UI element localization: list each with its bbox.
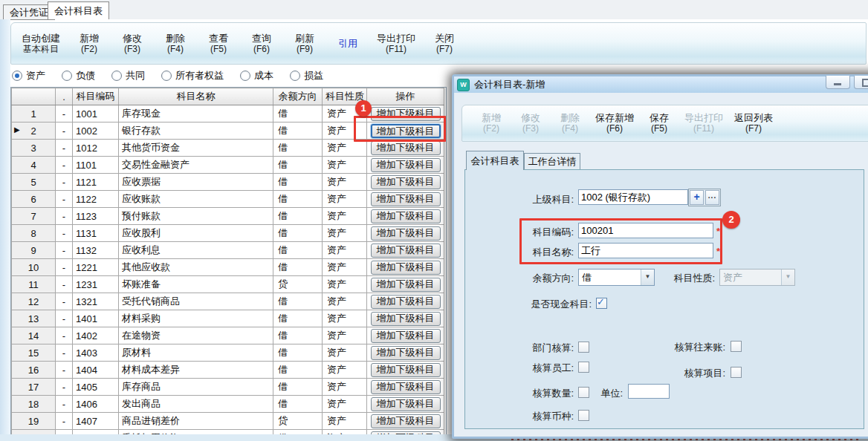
unit-input[interactable] (628, 384, 670, 399)
radio-profit-loss[interactable]: 损益 (290, 69, 323, 82)
balance-direction-cell: 借 (273, 225, 323, 242)
is-cash-checkbox[interactable] (596, 298, 607, 309)
toolbar-close-button[interactable]: 关闭(F7) (430, 27, 459, 60)
annotation-rect-2 (519, 218, 722, 264)
table-row: 7-1123预付账款借资产增加下级科目 (12, 208, 444, 225)
row-expand-cell[interactable]: - (56, 413, 73, 430)
dialog-tab-workbench-detail[interactable]: 工作台详情 (524, 153, 580, 170)
toolbar-auto-create-basic-subjects-button[interactable]: 自动创建基本科目 (22, 27, 60, 60)
row-expand-cell[interactable]: - (56, 140, 73, 157)
row-number-cell[interactable]: 6 (12, 191, 56, 208)
add-sub-subject-button[interactable]: 增加下级科目 (371, 295, 441, 309)
row-expand-cell[interactable]: - (56, 396, 73, 413)
table-row: 4-1101交易性金融资产借资产增加下级科目 (12, 157, 444, 174)
toolbar-query-button[interactable]: 查询(F6) (247, 27, 276, 60)
row-number-cell[interactable]: 11 (12, 276, 56, 293)
row-expand-cell[interactable]: - (56, 310, 73, 327)
dropdown-arrow-icon[interactable]: ▼ (641, 270, 654, 285)
row-expand-cell[interactable]: - (56, 242, 73, 259)
window-left-border (0, 19, 10, 441)
row-number-cell[interactable]: 5 (12, 174, 56, 191)
tab-chart-of-accounts[interactable]: 会计科目表 (48, 1, 109, 19)
row-number-cell[interactable]: 19 (12, 413, 56, 430)
dialog-toolbar-back-to-list-button[interactable]: 返回列表(F7) (734, 107, 773, 140)
row-expand-cell[interactable]: - (56, 379, 73, 396)
add-sub-subject-button[interactable]: 增加下级科目 (371, 414, 441, 428)
toolbar-refresh-button[interactable]: 刷新(F9) (291, 27, 319, 60)
toolbar-export-print-button[interactable]: 导出打印(F11) (377, 27, 415, 60)
add-sub-subject-button[interactable]: 增加下级科目 (371, 380, 441, 394)
add-sub-subject-button[interactable]: 增加下级科目 (371, 209, 441, 223)
toolbar-reference-button[interactable]: 引用 (334, 27, 362, 60)
add-parent-icon[interactable]: + (690, 190, 704, 205)
action-cell: 增加下级科目 (367, 396, 444, 413)
row-expand-cell[interactable]: - (56, 157, 73, 174)
dialog-toolbar-save-button[interactable]: 保存(F5) (645, 107, 673, 140)
row-expand-cell[interactable]: - (56, 362, 73, 379)
row-number-cell[interactable]: 17 (12, 379, 56, 396)
row-number-cell[interactable]: 12 (12, 293, 56, 310)
dialog-toolbar-save-and-new-button[interactable]: 保存新增(F6) (595, 107, 634, 140)
row-number-cell[interactable]: 15 (12, 344, 56, 362)
row-expand-cell[interactable]: - (56, 276, 73, 293)
row-number-cell[interactable]: 8 (12, 225, 56, 242)
row-expand-cell[interactable]: - (56, 191, 73, 208)
employee-accounting-checkbox[interactable] (578, 362, 589, 373)
row-number-cell[interactable]: 9 (12, 242, 56, 259)
receivable-accounting-checkbox[interactable] (731, 341, 742, 352)
balance-direction-select[interactable]: 借 ▼ (578, 269, 655, 286)
add-sub-subject-button[interactable]: 增加下级科目 (371, 312, 441, 326)
add-sub-subject-button[interactable]: 增加下级科目 (371, 244, 441, 258)
maximize-button[interactable] (854, 76, 868, 89)
row-number-cell[interactable]: 18 (12, 396, 56, 413)
row-expand-cell[interactable]: - (56, 174, 73, 191)
row-expand-cell[interactable]: - (56, 327, 73, 344)
row-expand-cell[interactable]: - (56, 122, 73, 140)
minimize-button[interactable] (826, 76, 850, 89)
dialog-tab-chart-of-accounts[interactable]: 会计科目表 (466, 151, 524, 170)
add-sub-subject-button[interactable]: 增加下级科目 (371, 141, 441, 155)
row-number-cell[interactable]: 7 (12, 208, 56, 225)
row-expand-cell[interactable]: - (56, 259, 73, 276)
subject-code-cell: 1221 (73, 259, 119, 276)
row-number-cell[interactable]: 13 (12, 310, 56, 327)
subject-nature-cell: 资产 (323, 310, 367, 327)
row-number-cell[interactable]: 1 (12, 105, 56, 122)
row-number-cell[interactable]: 3 (12, 140, 56, 157)
browse-parent-icon[interactable]: ... (705, 190, 719, 205)
toolbar-add-button[interactable]: 新增(F2) (75, 27, 103, 60)
radio-assets[interactable]: 资产 (12, 69, 45, 82)
row-number-cell[interactable]: 16 (12, 362, 56, 379)
toolbar-view-button[interactable]: 查看(F5) (204, 27, 233, 60)
add-sub-subject-button[interactable]: 增加下级科目 (371, 363, 441, 377)
row-expand-cell[interactable]: - (56, 225, 73, 242)
quantity-accounting-checkbox[interactable] (578, 387, 589, 398)
row-expand-cell[interactable]: - (56, 344, 73, 362)
add-sub-subject-button[interactable]: 增加下级科目 (371, 261, 441, 275)
row-expand-cell[interactable]: - (56, 105, 73, 122)
row-number-cell[interactable]: 4 (12, 157, 56, 174)
currency-accounting-checkbox[interactable] (578, 410, 589, 421)
add-sub-subject-button[interactable]: 增加下级科目 (371, 158, 441, 172)
parent-subject-input[interactable] (578, 189, 688, 205)
project-accounting-checkbox[interactable] (731, 367, 742, 378)
add-sub-subject-button[interactable]: 增加下级科目 (371, 329, 441, 343)
row-expand-cell[interactable]: - (56, 293, 73, 310)
row-number-cell[interactable]: 14 (12, 327, 56, 344)
add-sub-subject-button[interactable]: 增加下级科目 (371, 192, 441, 206)
add-sub-subject-button[interactable]: 增加下级科目 (371, 346, 441, 360)
toolbar-edit-button[interactable]: 修改(F3) (118, 27, 146, 60)
add-sub-subject-button[interactable]: 增加下级科目 (371, 175, 441, 189)
radio-cost[interactable]: 成本 (240, 69, 273, 82)
row-number-cell[interactable]: ▶2 (12, 122, 56, 140)
radio-liabilities[interactable]: 负债 (62, 69, 95, 82)
add-sub-subject-button[interactable]: 增加下级科目 (371, 226, 441, 241)
row-number-cell[interactable]: 10 (12, 259, 56, 276)
dept-accounting-checkbox[interactable] (578, 342, 589, 353)
add-sub-subject-button[interactable]: 增加下级科目 (371, 278, 441, 292)
add-sub-subject-button[interactable]: 增加下级科目 (371, 397, 441, 411)
radio-owners-equity[interactable]: 所有者权益 (161, 69, 224, 82)
toolbar-delete-button[interactable]: 删除(F4) (161, 27, 190, 60)
row-expand-cell[interactable]: - (56, 208, 73, 225)
radio-common[interactable]: 共同 (111, 69, 145, 82)
